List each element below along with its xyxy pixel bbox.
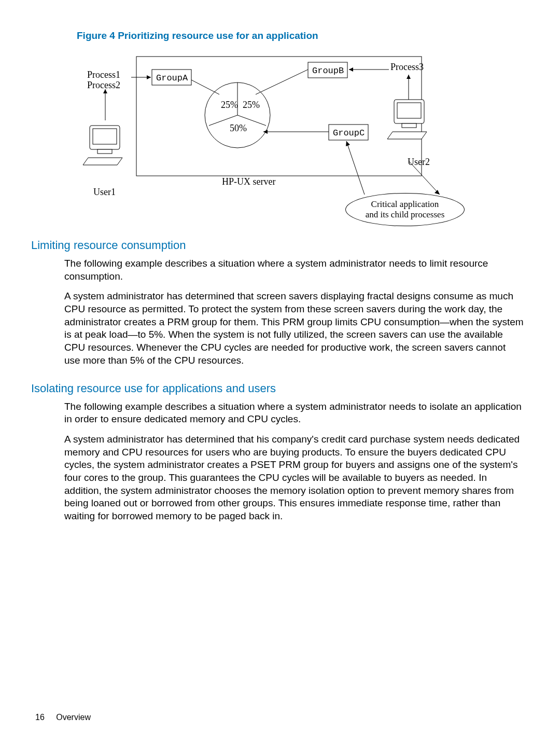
pct50-label: 50% xyxy=(230,123,247,134)
svg-marker-9 xyxy=(147,75,151,79)
body-paragraph: A system administrator has determined th… xyxy=(64,433,524,523)
critical-line1: Critical application xyxy=(371,199,439,210)
svg-marker-17 xyxy=(346,141,350,146)
critical-app-oval: Critical application and its child proce… xyxy=(345,193,465,226)
body-paragraph: The following example describes a situat… xyxy=(64,257,524,283)
svg-rect-25 xyxy=(93,129,117,144)
process2-label: Process2 xyxy=(87,80,120,91)
section-heading-isolating: Isolating resource use for applications … xyxy=(31,382,529,395)
svg-line-10 xyxy=(191,80,219,94)
server-label: HP-UX server xyxy=(222,176,275,187)
svg-line-16 xyxy=(346,141,365,195)
svg-marker-13 xyxy=(349,67,353,72)
user2-label: User2 xyxy=(408,157,430,168)
page-number: 16 xyxy=(35,713,45,722)
process1-label: Process1 xyxy=(87,70,120,80)
pct25b-label: 25% xyxy=(243,100,260,110)
svg-rect-26 xyxy=(97,149,112,154)
prioritizing-diagram: Process1 Process2 Process3 GroupA GroupB… xyxy=(77,48,481,224)
pct25a-label: 25% xyxy=(221,100,238,110)
critical-line2: and its child processes xyxy=(366,210,445,220)
body-paragraph: The following example describes a situat… xyxy=(64,400,524,426)
computer-icon xyxy=(83,126,122,165)
footer-section: Overview xyxy=(56,713,91,722)
computer-icon xyxy=(387,100,427,139)
groupc-label: GroupC xyxy=(333,128,365,138)
svg-line-11 xyxy=(256,70,308,94)
page-footer: 16 Overview xyxy=(35,713,91,722)
svg-marker-19 xyxy=(435,190,440,195)
svg-marker-21 xyxy=(407,75,411,79)
svg-rect-28 xyxy=(397,103,421,118)
figure-caption: Figure 4 Prioritizing resource use for a… xyxy=(77,30,529,42)
process3-label: Process3 xyxy=(390,62,424,73)
svg-rect-29 xyxy=(402,123,416,128)
body-paragraph: A system administrator has determined th… xyxy=(64,290,524,367)
groupa-label: GroupA xyxy=(156,73,188,83)
user1-label: User1 xyxy=(93,187,116,198)
svg-marker-15 xyxy=(263,130,268,134)
section-heading-limiting: Limiting resource consumption xyxy=(31,239,529,252)
groupb-label: GroupB xyxy=(312,66,344,76)
